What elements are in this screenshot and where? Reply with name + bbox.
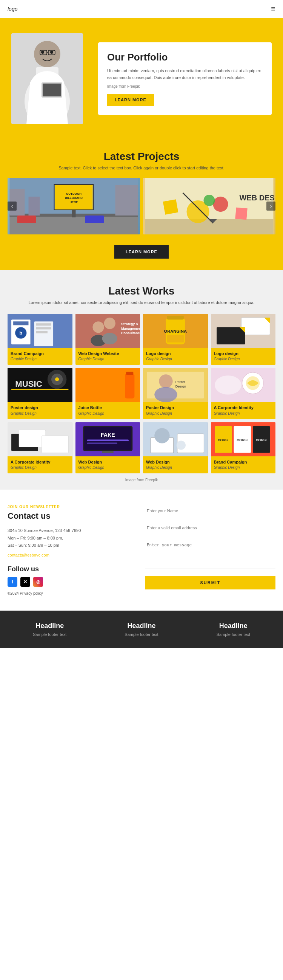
svg-text:WEB DES: WEB DES bbox=[240, 194, 275, 202]
work-title-6: Poster Design bbox=[146, 405, 205, 410]
work-image-9: FAKE bbox=[76, 422, 141, 457]
svg-point-4 bbox=[41, 51, 44, 54]
svg-point-5 bbox=[50, 51, 53, 54]
work-card[interactable]: Web DesignGraphic Design bbox=[143, 422, 208, 473]
work-card[interactable]: A Corporate IdentityGraphic Design bbox=[211, 368, 276, 419]
svg-rect-37 bbox=[13, 321, 28, 325]
hero-description: Ut enim ad minim veniam, quis nostrud ex… bbox=[107, 68, 262, 81]
work-card[interactable]: ORANGINALogo designGraphic Design bbox=[143, 314, 208, 365]
work-image-6: PosterDesign bbox=[143, 368, 208, 402]
footer-text-0: Sample footer text bbox=[8, 632, 92, 637]
email-input[interactable] bbox=[145, 522, 275, 534]
work-card[interactable]: Strategy &ManagementConsultancyWeb Desig… bbox=[76, 314, 141, 365]
name-input[interactable] bbox=[145, 505, 275, 517]
footer-col-1: HeadlineSample footer text bbox=[99, 622, 183, 637]
hero-content: Our Portfolio Ut enim ad minim veniam, q… bbox=[98, 42, 272, 115]
work-card[interactable]: CORSICORSICORSIBrand CampaignGraphic Des… bbox=[211, 422, 276, 473]
twitter-icon[interactable]: ✕ bbox=[21, 577, 30, 587]
carousel-prev-button[interactable]: ‹ bbox=[8, 202, 17, 211]
svg-point-76 bbox=[159, 374, 172, 388]
work-image-5 bbox=[76, 368, 141, 402]
svg-point-97 bbox=[154, 428, 169, 443]
footer-title-1: Headline bbox=[99, 622, 183, 630]
work-title-10: Web Design bbox=[146, 460, 205, 465]
work-image-0: b bbox=[8, 314, 73, 348]
contact-title: Contact us bbox=[8, 511, 138, 521]
work-category-1: Graphic Design bbox=[79, 357, 138, 361]
freepik-link[interactable]: Freepik bbox=[145, 478, 158, 482]
message-input[interactable] bbox=[145, 539, 275, 569]
work-info-2: Logo designGraphic Design bbox=[143, 348, 208, 365]
facebook-icon[interactable]: f bbox=[8, 577, 17, 587]
projects-title: Latest Projects bbox=[8, 151, 275, 162]
svg-rect-41 bbox=[36, 323, 51, 326]
hero-image-credit: Image from Freepik bbox=[107, 84, 262, 89]
projects-cta-button[interactable]: LEARN MORE bbox=[114, 245, 169, 259]
work-card[interactable]: Logo designGraphic Design bbox=[211, 314, 276, 365]
work-category-6: Graphic Design bbox=[146, 411, 205, 415]
work-category-7: Graphic Design bbox=[214, 411, 273, 415]
work-info-6: Poster DesignGraphic Design bbox=[143, 402, 208, 419]
work-info-7: A Corporate IdentityGraphic Design bbox=[211, 402, 276, 419]
work-info-8: A Corporate IdentityGraphic Design bbox=[8, 457, 73, 473]
works-freepik-note: Image from Freepik bbox=[8, 478, 275, 482]
work-card[interactable]: bBrand CampaignGraphic Design bbox=[8, 314, 73, 365]
instagram-icon[interactable]: ◎ bbox=[33, 577, 43, 587]
svg-rect-19 bbox=[72, 210, 76, 217]
menu-button[interactable]: ≡ bbox=[271, 5, 275, 13]
work-image-4: MUSIC bbox=[8, 368, 73, 402]
work-category-3: Graphic Design bbox=[214, 357, 273, 361]
footer: HeadlineSample footer textHeadlineSample… bbox=[0, 611, 283, 648]
contact-hours1: Mon – Fri: 9:00 am – 8:00 pm, bbox=[8, 535, 138, 542]
svg-point-45 bbox=[92, 321, 104, 333]
svg-rect-87 bbox=[42, 436, 69, 453]
svg-text:BILLBOARD: BILLBOARD bbox=[65, 196, 83, 200]
svg-text:Consultancy: Consultancy bbox=[121, 331, 140, 335]
work-image-8 bbox=[8, 422, 73, 457]
carousel-next-button[interactable]: › bbox=[266, 202, 275, 211]
svg-rect-72 bbox=[125, 374, 134, 398]
svg-rect-90 bbox=[84, 427, 131, 450]
work-title-8: A Corporate Identity bbox=[11, 460, 70, 465]
work-card[interactable]: Juice BottleGraphic Design bbox=[76, 368, 141, 419]
svg-text:Poster: Poster bbox=[175, 380, 185, 384]
hero-cta-button[interactable]: LEARN MORE bbox=[107, 94, 154, 106]
footer-col-0: HeadlineSample footer text bbox=[8, 622, 92, 637]
contact-section: JOIN OUR NEWSLETTER Contact us 3045 10 S… bbox=[0, 490, 283, 611]
svg-rect-42 bbox=[36, 327, 51, 329]
submit-button[interactable]: SUBMIT bbox=[145, 576, 275, 589]
footer-title-0: Headline bbox=[8, 622, 92, 630]
projects-subtitle: Sample text. Click to select the text bo… bbox=[8, 165, 275, 170]
svg-text:CORSI: CORSI bbox=[237, 438, 248, 442]
works-section: Latest Works Lorem ipsum dolor sit amet,… bbox=[0, 270, 283, 490]
svg-rect-83 bbox=[215, 375, 242, 395]
svg-text:OUTDOOR: OUTDOOR bbox=[66, 192, 82, 196]
copyright: ©2024 Privacy policy bbox=[8, 591, 138, 595]
svg-point-29 bbox=[204, 195, 215, 206]
work-card[interactable]: MUSICPoster designGraphic Design bbox=[8, 368, 73, 419]
work-image-7 bbox=[211, 368, 276, 402]
svg-rect-21 bbox=[85, 215, 104, 223]
svg-text:ORANGINA: ORANGINA bbox=[164, 329, 187, 334]
hero-image bbox=[11, 33, 83, 124]
work-category-10: Graphic Design bbox=[146, 465, 205, 469]
work-card[interactable]: FAKEWeb DesignGraphic Design bbox=[76, 422, 141, 473]
works-title: Latest Works bbox=[8, 285, 275, 297]
works-subtitle: Lorem ipsum dolor sit amet, consectetur … bbox=[8, 300, 275, 305]
svg-text:CORSI: CORSI bbox=[217, 438, 228, 442]
svg-text:FAKE: FAKE bbox=[100, 432, 115, 438]
svg-text:HERE: HERE bbox=[70, 200, 78, 204]
svg-point-79 bbox=[154, 387, 177, 402]
hero-section: Our Portfolio Ut enim ad minim veniam, q… bbox=[0, 18, 283, 135]
work-image-2: ORANGINA bbox=[143, 314, 208, 348]
work-card[interactable]: A Corporate IdentityGraphic Design bbox=[8, 422, 73, 473]
svg-text:Design: Design bbox=[175, 385, 186, 389]
contact-email[interactable]: contacts@esbnyc.com bbox=[8, 552, 138, 559]
hero-image-wrap bbox=[11, 33, 87, 124]
work-category-4: Graphic Design bbox=[11, 411, 70, 415]
footer-col-2: HeadlineSample footer text bbox=[191, 622, 275, 637]
footer-title-2: Headline bbox=[191, 622, 275, 630]
contact-form-wrap: SUBMIT bbox=[145, 505, 275, 595]
work-card[interactable]: PosterDesignPoster DesignGraphic Design bbox=[143, 368, 208, 419]
svg-point-1 bbox=[34, 41, 60, 67]
